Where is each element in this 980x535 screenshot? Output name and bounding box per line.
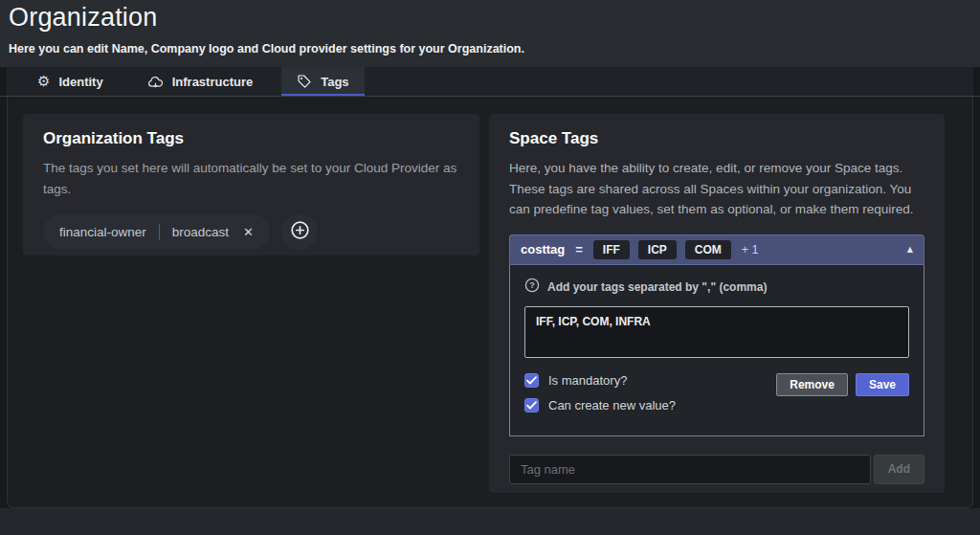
can-create-option[interactable]: Can create new value?: [524, 398, 676, 412]
gear-icon: ⚙: [37, 75, 50, 89]
tab-identity[interactable]: ⚙ Identity: [22, 67, 119, 96]
space-tag-accordion: costtag = IFF ICP COM + 1 ▲ ?: [509, 234, 924, 436]
accordion-header[interactable]: costtag = IFF ICP COM + 1 ▲: [509, 234, 924, 265]
help-icon: ?: [524, 278, 540, 297]
cloud-icon: [147, 75, 164, 89]
tag-name-input[interactable]: [509, 455, 871, 484]
save-button[interactable]: Save: [856, 373, 909, 396]
add-org-tag-button[interactable]: [281, 213, 318, 250]
org-tag-value: broadcast: [172, 225, 229, 239]
space-tags-panel: Space Tags Here, you have the ability to…: [489, 114, 945, 493]
space-tags-title: Space Tags: [509, 129, 924, 148]
tab-infrastructure[interactable]: Infrastructure: [132, 67, 269, 96]
add-button[interactable]: Add: [874, 455, 924, 484]
accordion-body: ? Add your tags separated by "," (comma)…: [509, 265, 924, 436]
is-mandatory-option[interactable]: Is mandatory?: [524, 373, 676, 388]
can-create-checkbox[interactable]: [524, 398, 539, 412]
tag-icon: [297, 74, 312, 89]
remove-button[interactable]: Remove: [776, 373, 848, 396]
org-tag-key: financial-owner: [59, 225, 146, 239]
page-title: Organization: [9, 3, 980, 33]
tag-values-textarea[interactable]: IFF, ICP, COM, INFRA: [524, 306, 909, 358]
check-icon: [526, 401, 537, 410]
tags-help-text: Add your tags separated by "," (comma): [547, 280, 767, 294]
tab-tags[interactable]: Tags: [281, 67, 364, 96]
page-header: Organization Here you can edit Name, Com…: [0, 0, 980, 67]
main-content: Organization Tags The tags you set here …: [0, 97, 980, 508]
chevron-up-icon[interactable]: ▲: [907, 246, 913, 254]
remove-tag-icon[interactable]: ✕: [243, 225, 254, 239]
svg-text:?: ?: [529, 280, 535, 290]
plus-circle-icon: [290, 220, 310, 243]
content-container: Organization Tags The tags you set here …: [7, 97, 973, 508]
org-tag-pill[interactable]: financial-owner broadcast ✕: [43, 214, 270, 249]
organization-tags-panel: Organization Tags The tags you set here …: [23, 114, 479, 256]
value-chip: COM: [685, 240, 731, 259]
organization-tags-description: The tags you set here will automatically…: [43, 158, 459, 199]
organization-tags-title: Organization Tags: [43, 129, 459, 148]
space-tags-description: Here, you have the ability to create, ed…: [509, 158, 924, 220]
value-chip: ICP: [638, 240, 677, 259]
check-icon: [526, 376, 537, 385]
more-values-count: + 1: [742, 243, 759, 256]
page-subtitle: Here you can edit Name, Company logo and…: [9, 42, 980, 56]
page-footer: [0, 508, 980, 535]
tab-identity-label: Identity: [58, 75, 102, 89]
tab-tags-label: Tags: [321, 75, 348, 89]
space-tag-name: costtag: [521, 242, 565, 256]
tab-bar: ⚙ Identity Infrastructure Tags: [0, 67, 980, 97]
tag-divider: [159, 224, 160, 240]
can-create-label: Can create new value?: [548, 398, 676, 412]
is-mandatory-checkbox[interactable]: [524, 373, 539, 388]
value-chip: IFF: [593, 240, 630, 259]
is-mandatory-label: Is mandatory?: [548, 373, 627, 388]
tab-infrastructure-label: Infrastructure: [172, 75, 254, 89]
equals-sign: =: [575, 242, 583, 256]
